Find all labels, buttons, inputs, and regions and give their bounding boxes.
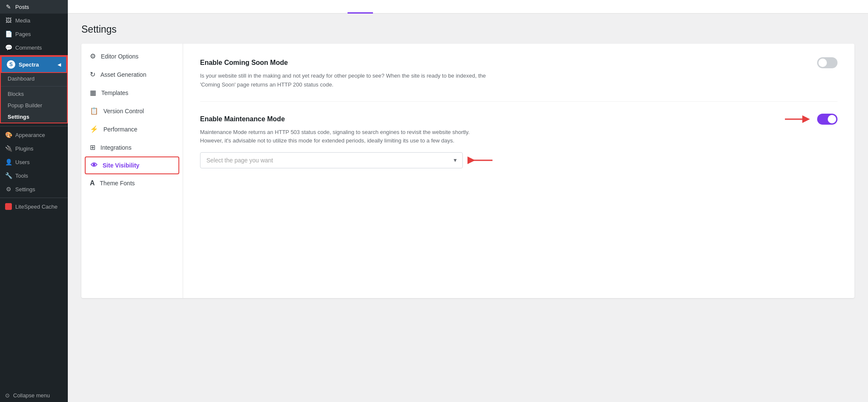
coming-soon-row: Enable Coming Soon Mode Is your website … <box>200 57 837 102</box>
sidebar-item-plugins[interactable]: 🔌 Plugins <box>0 142 68 155</box>
page-title: Settings <box>81 24 854 35</box>
sidebar-item-dashboard[interactable]: Dashboard <box>1 73 67 84</box>
sidebar-item-litespeed[interactable]: LiteSpeed Cache <box>0 200 68 213</box>
sidebar-item-users[interactable]: 👤 Users <box>0 155 68 169</box>
coming-soon-title: Enable Coming Soon Mode <box>200 59 288 67</box>
collapse-icon: ⊙ <box>5 392 10 399</box>
coming-soon-slider <box>817 57 837 68</box>
sidebar-item-spectra[interactable]: S Spectra ◀ <box>1 56 67 73</box>
media-icon: 🖼 <box>5 17 12 24</box>
templates-icon: ▦ <box>90 89 96 97</box>
settings-icon: ⚙ <box>5 186 12 193</box>
sidebar-item-popup-builder[interactable]: Popup Builder <box>1 100 67 111</box>
nav-item-version-control[interactable]: 📋 Version Control <box>81 102 183 120</box>
top-bar <box>68 0 868 14</box>
sidebar: ✎ Posts 🖼 Media 📄 Pages 💬 Comments S Spe… <box>0 0 68 402</box>
nav-item-theme-fonts[interactable]: A Theme Fonts <box>81 174 183 192</box>
sidebar-item-comments[interactable]: 💬 Comments <box>0 41 68 54</box>
nav-item-editor-options[interactable]: ⚙ Editor Options <box>81 47 183 65</box>
nav-item-asset-generation[interactable]: ↻ Asset Generation <box>81 65 183 84</box>
nav-item-integrations[interactable]: ⊞ Integrations <box>81 138 183 156</box>
theme-fonts-icon: A <box>90 179 95 187</box>
maintenance-mode-desc: Maintenance Mode returns an HTTP 503 sta… <box>200 128 488 146</box>
editor-options-icon: ⚙ <box>90 52 96 60</box>
spectra-submenu: Dashboard Blocks Popup Builder Settings <box>1 73 67 123</box>
maintenance-mode-row: Enable Maintenance Mode <box>200 114 837 181</box>
site-visibility-icon: 👁 <box>91 162 97 169</box>
asset-generation-icon: ↻ <box>90 70 95 78</box>
litespeed-icon <box>5 203 12 210</box>
maintenance-mode-toggle[interactable] <box>817 114 837 125</box>
plugins-icon: 🔌 <box>5 145 12 152</box>
users-icon: 👤 <box>5 159 12 165</box>
content-area: Settings ⚙ Editor Options ↻ Asset Genera… <box>68 14 868 402</box>
arrow-right-icon <box>785 114 810 124</box>
spectra-logo: S <box>7 60 15 69</box>
sidebar-item-blocks[interactable]: Blocks <box>1 88 67 100</box>
maintenance-mode-slider <box>817 114 837 125</box>
main-content: Settings ⚙ Editor Options ↻ Asset Genera… <box>68 0 868 402</box>
maintenance-mode-header: Enable Maintenance Mode <box>200 114 837 125</box>
coming-soon-toggle[interactable] <box>817 57 837 68</box>
chevron-icon: ◀ <box>58 62 61 67</box>
page-select[interactable]: Select the page you want <box>200 152 463 168</box>
sidebar-item-tools[interactable]: 🔧 Tools <box>0 169 68 182</box>
performance-icon: ⚡ <box>90 125 98 133</box>
settings-panel: ⚙ Editor Options ↻ Asset Generation ▦ Te… <box>81 44 854 298</box>
settings-content: Enable Coming Soon Mode Is your website … <box>183 44 854 298</box>
sidebar-item-settings[interactable]: Settings <box>1 111 67 123</box>
integrations-icon: ⊞ <box>90 143 95 151</box>
coming-soon-desc: Is your website still in the making and … <box>200 72 488 89</box>
nav-item-performance[interactable]: ⚡ Performance <box>81 120 183 138</box>
nav-item-site-visibility[interactable]: 👁 Site Visibility <box>85 156 179 174</box>
maintenance-mode-title: Enable Maintenance Mode <box>200 115 285 123</box>
collapse-menu-button[interactable]: ⊙ Collapse menu <box>0 389 68 402</box>
sidebar-item-appearance[interactable]: 🎨 Appearance <box>0 128 68 142</box>
arrow-left-icon <box>467 155 497 165</box>
version-control-icon: 📋 <box>90 107 98 115</box>
appearance-icon: 🎨 <box>5 131 12 138</box>
coming-soon-header: Enable Coming Soon Mode <box>200 57 837 68</box>
tools-icon: 🔧 <box>5 172 12 179</box>
nav-item-templates[interactable]: ▦ Templates <box>81 84 183 102</box>
pages-icon: 📄 <box>5 31 12 37</box>
sidebar-item-media[interactable]: 🖼 Media <box>0 14 68 27</box>
page-select-wrapper: Select the page you want ▼ <box>200 152 463 168</box>
comments-icon: 💬 <box>5 44 12 51</box>
posts-icon: ✎ <box>5 3 12 10</box>
sidebar-item-settings-wp[interactable]: ⚙ Settings <box>0 182 68 196</box>
sidebar-item-posts[interactable]: ✎ Posts <box>0 0 68 14</box>
sidebar-item-pages[interactable]: 📄 Pages <box>0 27 68 41</box>
settings-nav: ⚙ Editor Options ↻ Asset Generation ▦ Te… <box>81 44 183 298</box>
